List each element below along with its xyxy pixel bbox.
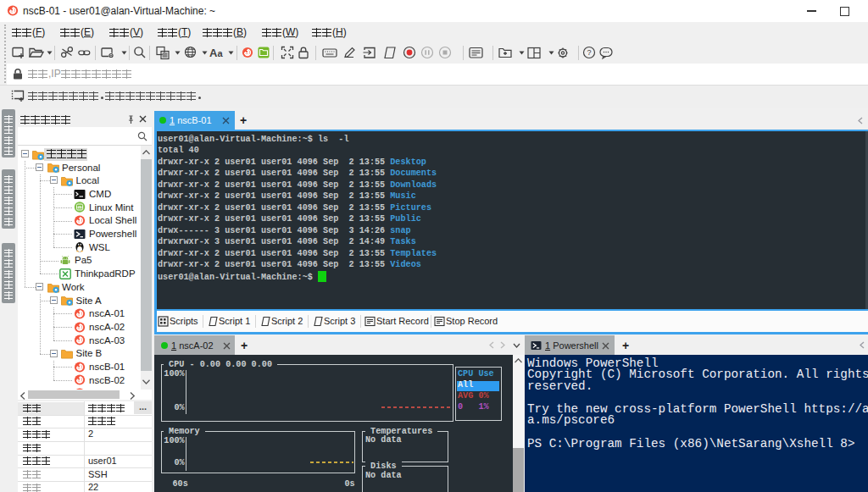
svg-text:?: ? — [587, 48, 591, 57]
